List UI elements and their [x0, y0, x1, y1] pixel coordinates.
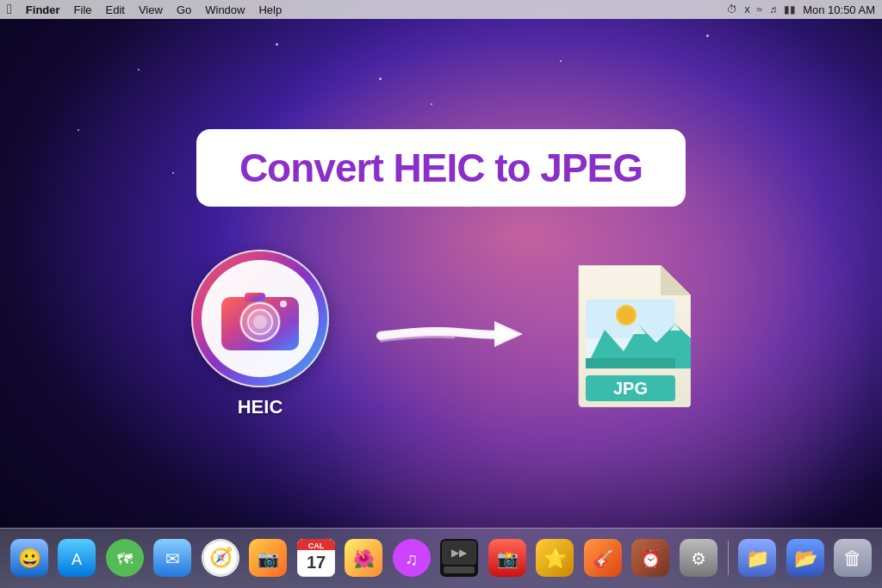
heic-circle — [191, 250, 329, 387]
svg-text:🎸: 🎸 — [592, 548, 613, 569]
arrow-container — [363, 300, 536, 368]
window-menu[interactable]: Window — [205, 3, 245, 16]
dock-item-safari[interactable]: 🧭 — [198, 535, 243, 580]
dock-item-folder1[interactable]: 📁 — [735, 535, 780, 580]
svg-text:⭐: ⭐ — [543, 547, 568, 570]
svg-text:📷: 📷 — [258, 548, 279, 569]
dock-item-maps[interactable]: 🗺 — [102, 535, 147, 580]
dock-item-trash[interactable]: 🗑 — [830, 535, 875, 580]
svg-text:🗑: 🗑 — [843, 548, 862, 569]
convert-title: Convert HEIC to JPEG — [239, 145, 643, 191]
dock-item-itunes[interactable]: ♫ — [389, 535, 434, 580]
menubar:  Finder File Edit View Go Window Help ⏱… — [0, 0, 882, 19]
dock-item-garageband[interactable]: 🎸 — [581, 535, 625, 580]
svg-text:♫: ♫ — [405, 549, 418, 568]
jpg-file-svg: JPG — [570, 265, 691, 407]
svg-text:CAL: CAL — [308, 542, 325, 550]
jpg-icon-container: JPG — [570, 265, 691, 403]
dock-item-photobooth[interactable]: 📸 — [485, 535, 530, 580]
convert-banner: Convert HEIC to JPEG — [196, 129, 686, 207]
dock-item-finder[interactable]: 😀 — [7, 535, 52, 580]
svg-text:▶▶: ▶▶ — [451, 547, 468, 559]
svg-text:🗺: 🗺 — [117, 551, 133, 568]
finder-menu[interactable]: Finder — [26, 3, 60, 16]
dock-item-calendar[interactable]: CAL 17 — [294, 535, 339, 580]
menubar-right: ⏱ ⅹ ≈ ♬ ▮▮ Mon 10:50 AM — [727, 3, 875, 16]
dock-item-mail[interactable]: ✉ — [151, 535, 196, 580]
heic-icon-container: HEIC — [191, 250, 329, 418]
svg-text:🌺: 🌺 — [353, 548, 375, 569]
dock-item-folder2[interactable]: 📂 — [783, 535, 828, 580]
svg-text:📁: 📁 — [746, 547, 770, 570]
dock-item-media[interactable]: ▶▶ — [438, 535, 482, 580]
svg-text:🧭: 🧭 — [208, 546, 233, 569]
svg-rect-17 — [586, 358, 675, 368]
go-menu[interactable]: Go — [177, 3, 191, 16]
svg-text:📸: 📸 — [496, 548, 518, 569]
bluetooth-icon: ⅹ — [744, 3, 750, 15]
dock-item-photos[interactable]: 🌺 — [342, 535, 387, 580]
conversion-diagram: HEIC — [191, 250, 691, 418]
svg-text:⚙: ⚙ — [691, 549, 706, 568]
svg-text:📂: 📂 — [793, 547, 817, 570]
svg-text:😀: 😀 — [17, 547, 41, 570]
dock-item-timemachine[interactable]: ⏰ — [629, 535, 674, 580]
view-menu[interactable]: View — [139, 3, 163, 16]
dock-separator — [728, 541, 729, 575]
heic-label: HEIC — [238, 396, 283, 418]
svg-text:⏰: ⏰ — [640, 548, 662, 569]
dock-item-appstore[interactable]: A — [55, 535, 100, 580]
file-menu[interactable]: File — [74, 3, 92, 16]
edit-menu[interactable]: Edit — [106, 3, 125, 16]
clock: Mon 10:50 AM — [803, 3, 875, 16]
svg-text:JPG: JPG — [613, 379, 648, 398]
desktop:  Finder File Edit View Go Window Help ⏱… — [0, 0, 882, 588]
svg-rect-8 — [245, 293, 265, 301]
svg-text:17: 17 — [307, 553, 326, 572]
svg-point-9 — [280, 300, 287, 307]
svg-text:✉: ✉ — [165, 549, 180, 568]
volume-icon: ♬ — [769, 3, 777, 15]
dock-item-imovie[interactable]: ⭐ — [533, 535, 578, 580]
svg-rect-45 — [444, 566, 475, 573]
jpg-file-icon: JPG — [570, 265, 691, 403]
wifi-icon: ≈ — [757, 3, 763, 15]
svg-text:A: A — [71, 551, 82, 568]
svg-point-7 — [253, 315, 267, 329]
dock-item-sysprefs[interactable]: ⚙ — [676, 535, 721, 580]
menubar-left:  Finder File Edit View Go Window Help — [7, 2, 727, 17]
main-content: Convert HEIC to JPEG — [0, 19, 882, 528]
battery-icon: ▮▮ — [784, 3, 796, 15]
dock: 😀 A 🗺 — [0, 528, 882, 588]
apple-menu[interactable]:  — [7, 2, 12, 17]
heic-ring-svg — [191, 250, 329, 387]
time-machine-icon: ⏱ — [727, 3, 737, 15]
help-menu[interactable]: Help — [258, 3, 282, 16]
svg-point-13 — [618, 306, 635, 324]
arrow-svg — [363, 300, 536, 368]
dock-item-iphoto[interactable]: 📷 — [246, 535, 291, 580]
